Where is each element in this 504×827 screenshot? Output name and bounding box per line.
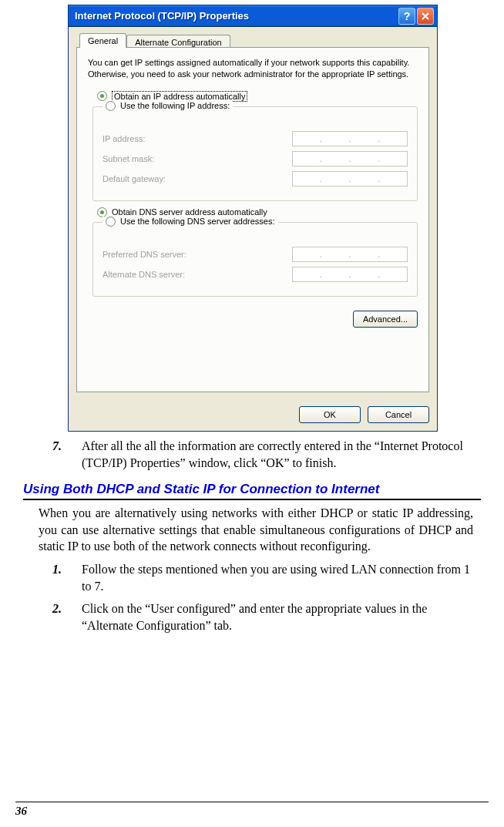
step-text: Click on the “User configured” and enter… xyxy=(82,600,473,634)
label-preferred-dns: Preferred DNS server: xyxy=(102,250,186,259)
step-text: After all the all the information are co… xyxy=(82,438,473,471)
ok-button[interactable]: OK xyxy=(299,406,361,423)
section-heading: Using Both DHCP and Static IP for Connec… xyxy=(23,482,489,497)
step-2: 2. Click on the “User configured” and en… xyxy=(52,600,473,634)
radio-use-ip[interactable]: Use the following IP address: xyxy=(120,101,230,110)
radio-icon xyxy=(106,101,116,111)
window-title: Internet Protocol (TCP/IP) Properties xyxy=(75,10,397,22)
help-button[interactable]: ? xyxy=(398,8,415,25)
step-text: Follow the steps mentioned when you are … xyxy=(82,561,473,594)
label-subnet-mask: Subnet mask: xyxy=(102,154,154,163)
input-ip-address[interactable]: ... xyxy=(292,131,408,146)
label-alternate-dns: Alternate DNS server: xyxy=(102,270,185,279)
label-default-gateway: Default gateway: xyxy=(102,174,166,183)
cancel-button[interactable]: Cancel xyxy=(368,406,429,423)
advanced-button[interactable]: Advanced... xyxy=(353,311,418,328)
page-footer: 36 xyxy=(15,795,489,818)
page-number: 36 xyxy=(15,805,27,817)
input-preferred-dns[interactable]: ... xyxy=(292,247,408,262)
radio-label: Obtain an IP address automatically xyxy=(112,91,247,102)
tab-panel-general: You can get IP settings assigned automat… xyxy=(76,47,429,392)
heading-rule xyxy=(23,499,481,500)
step-number: 7. xyxy=(52,438,68,471)
close-icon xyxy=(422,12,429,20)
step-number: 2. xyxy=(52,600,68,634)
radio-icon xyxy=(97,91,107,101)
label-ip-address: IP address: xyxy=(102,134,145,143)
section-paragraph: When you are alternatively using network… xyxy=(39,505,473,555)
tab-general[interactable]: General xyxy=(79,33,126,48)
step-7: 7. After all the all the information are… xyxy=(52,438,473,471)
radio-obtain-ip[interactable]: Obtain an IP address automatically xyxy=(97,91,418,102)
input-default-gateway[interactable]: ... xyxy=(292,171,408,187)
close-button[interactable] xyxy=(417,8,434,25)
step-number: 1. xyxy=(52,561,68,594)
tcp-ip-properties-dialog: Internet Protocol (TCP/IP) Properties ? … xyxy=(68,5,438,432)
intro-text: You can get IP settings assigned automat… xyxy=(88,57,418,80)
radio-icon xyxy=(106,217,116,227)
input-subnet-mask[interactable]: ... xyxy=(292,151,408,166)
input-alternate-dns[interactable]: ... xyxy=(292,267,408,282)
step-1: 1. Follow the steps mentioned when you a… xyxy=(52,561,473,594)
radio-use-dns[interactable]: Use the following DNS server addresses: xyxy=(120,217,275,226)
radio-label: Obtain DNS server address automatically xyxy=(112,207,267,217)
titlebar: Internet Protocol (TCP/IP) Properties ? xyxy=(69,5,437,27)
